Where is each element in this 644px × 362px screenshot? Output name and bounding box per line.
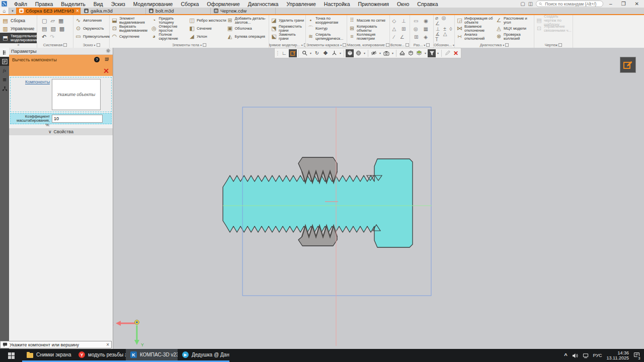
point-by-coords-button[interactable]: •Точка по координатам <box>307 17 346 25</box>
dialog-launcher-icon[interactable] <box>558 43 562 47</box>
window-layout-icon[interactable]: ▢ <box>520 1 525 7</box>
section-button[interactable]: ◧Сечение <box>189 25 227 33</box>
taskbar-app-telegram[interactable]: ▶ Дедушка @ Данил... <box>178 349 229 362</box>
mode-assembly-button[interactable]: ▤ Сборка <box>0 17 37 25</box>
command-search[interactable] <box>536 1 603 7</box>
designation-tools-row[interactable]: ∡ △ T <box>435 33 453 41</box>
helix-button[interactable]: ≋Спираль цилиндрическ... <box>307 33 346 41</box>
dialog-launcher-icon[interactable] <box>343 43 346 47</box>
layers-caret[interactable]: ▾ <box>424 51 427 55</box>
interrupt-command-button[interactable]: ✕ <box>452 49 460 57</box>
autoline-button[interactable]: ∿ Автолиния <box>75 17 108 25</box>
distance-angle-button[interactable]: ∠Расстояние и угол <box>496 17 533 25</box>
object-info-button[interactable]: ◲Информация об объекте <box>456 17 496 25</box>
parameters-panel-tab[interactable] <box>0 57 9 66</box>
rotate-view-button[interactable]: ↻ <box>313 49 321 57</box>
tab-assembly-active[interactable]: ▣ Сборка БЕЗ ИМЕНИ3 × <box>16 8 81 14</box>
menu-help[interactable]: Справка <box>413 1 442 7</box>
dialog-launcher-icon[interactable] <box>304 43 305 47</box>
copy-objects-button[interactable]: ⊞Копировать объекты <box>349 25 388 33</box>
tree-panel-tab[interactable] <box>0 48 9 57</box>
delete-faces-button[interactable]: ◪Удалить грани <box>271 17 304 25</box>
rectangle-button[interactable]: ▭ Прямоугольник <box>75 33 108 41</box>
component-mode-button[interactable] <box>407 49 415 57</box>
list-panel-tab[interactable]: ≡ <box>0 75 9 84</box>
scale-input[interactable] <box>52 115 103 123</box>
collision-check-button[interactable]: ⊗Проверка коллизий <box>496 33 533 41</box>
tab-drawing[interactable]: ▤ Чертеж.cdw <box>211 8 276 14</box>
designation-tools-row[interactable]: ⌀ ◎ ∠ <box>435 17 453 25</box>
menu-management[interactable]: Управление <box>282 1 319 7</box>
properties-expander[interactable]: ∨ Свойства <box>9 128 113 135</box>
variables-panel-tab[interactable]: fx <box>0 66 9 75</box>
deviation-analysis-button[interactable]: ∺Анализ отклонений <box>456 33 496 41</box>
boolean-button[interactable]: ◭Булева операция <box>227 33 268 41</box>
network-icon[interactable] <box>583 353 589 358</box>
aux-tools-row[interactable]: ∕ ∠ <box>391 33 409 41</box>
menu-settings[interactable]: Настройка <box>320 1 354 7</box>
menu-diagnostics[interactable]: Диагностика <box>244 1 283 7</box>
display-mode-button[interactable] <box>346 49 354 57</box>
insert-part-button[interactable]: ⊞Добавить деталь-заготов... <box>227 17 268 25</box>
draft-button[interactable]: ◢Уклон <box>189 33 227 41</box>
image-caret[interactable]: ▾ <box>391 51 394 55</box>
group-caret-icon[interactable]: ▾ <box>503 43 504 47</box>
minimize-button[interactable]: – <box>606 1 615 7</box>
orientation-button[interactable] <box>330 49 338 57</box>
save-all-button[interactable]: ▩ <box>59 26 64 32</box>
taskbar-app-screenshots[interactable]: Снимки экрана <box>22 349 74 362</box>
full-fillet-button[interactable]: ◕Полное скругление <box>151 33 189 41</box>
open-button[interactable]: ▱ <box>50 18 54 24</box>
menu-modeling[interactable]: Моделирование <box>129 1 177 7</box>
zoom-button[interactable] <box>300 49 308 57</box>
replace-faces-button[interactable]: ⬕Заменить грани <box>271 33 304 41</box>
dialog-launcher-icon[interactable] <box>63 43 67 47</box>
dialog-launcher-icon[interactable] <box>406 43 409 47</box>
print-button[interactable]: ▤ <box>42 26 47 32</box>
geometry-collection-button[interactable]: ≡Коллекция геометрии <box>349 33 388 41</box>
raz-tools-row[interactable]: ◎ ▦ <box>412 25 432 33</box>
dialog-launcher-icon[interactable] <box>505 43 509 47</box>
home-button[interactable]: ⌂ <box>0 8 9 14</box>
tab-bolt[interactable]: ◉ bolt.m3d <box>146 8 211 14</box>
mutual-deviation-button[interactable]: ⋈Взаимное отклонение <box>456 25 496 33</box>
aux-tools-row[interactable]: ◇ ⊥ <box>391 17 409 25</box>
raz-tools-row[interactable]: ▭ ◉ <box>412 17 432 25</box>
taskbar-app-browser[interactable]: Y модуль резьбы эт... <box>74 349 126 362</box>
cut-extrude-button[interactable]: ⊡Вырезать выдавливанием <box>111 25 151 33</box>
menu-window[interactable]: Окно <box>393 1 413 7</box>
components-link[interactable]: Компоненты <box>13 79 50 84</box>
model-viewport[interactable]: X Y ⋮ ∟ ▾ ↻ ✥ <box>113 48 644 349</box>
menu-edit[interactable]: Правка <box>31 1 57 7</box>
thicken-button[interactable]: ◔Придать толщину <box>151 17 189 25</box>
menu-layout[interactable]: Оформление <box>203 1 244 7</box>
group-caret-icon[interactable]: ▾ <box>424 43 425 47</box>
clock[interactable]: 14:36 13.11.2025 <box>607 350 629 361</box>
options-icon[interactable] <box>104 57 109 63</box>
group-caret-icon[interactable]: ▾ <box>200 43 202 47</box>
rib-button[interactable]: ◫Ребро жесткости <box>189 17 227 25</box>
move-faces-button[interactable]: ⬔Переместить грани <box>271 25 304 33</box>
hide-objects-button[interactable] <box>370 49 378 57</box>
mcx-button[interactable]: ◬МЦХ модели <box>496 25 533 33</box>
mode-control-button[interactable]: ▥ Управление <box>0 25 37 33</box>
hide-caret[interactable]: ▾ <box>378 51 382 55</box>
hierarchy-panel-tab[interactable] <box>0 84 9 93</box>
fillet-button[interactable]: ◠Скругление <box>111 33 151 41</box>
filter-caret[interactable]: ▾ <box>436 51 440 55</box>
menu-assembly[interactable]: Сборка <box>177 1 203 7</box>
components-selection-box[interactable]: Укажите объекты <box>52 79 101 110</box>
simple-hole-button[interactable]: ◎Отверстие простое <box>151 25 189 33</box>
preview-button[interactable]: ▧ <box>50 26 55 32</box>
start-button[interactable] <box>0 349 22 362</box>
raz-tools-row[interactable]: ⊞ ◈ <box>412 33 432 41</box>
menu-view[interactable]: Вид <box>90 1 107 7</box>
shell-button[interactable]: ▣Оболочка <box>227 25 268 33</box>
pan-view-button[interactable]: ✥ <box>321 49 330 57</box>
app-logo-icon[interactable] <box>2 1 7 7</box>
extrude-button[interactable]: ⬓Элемент выдавливания <box>111 17 151 25</box>
search-input[interactable] <box>544 1 600 7</box>
layers-button[interactable] <box>415 49 423 57</box>
group-caret-icon[interactable]: ▾ <box>94 43 96 47</box>
tab-gaika[interactable]: ◉ gaika.m3d <box>81 8 146 14</box>
